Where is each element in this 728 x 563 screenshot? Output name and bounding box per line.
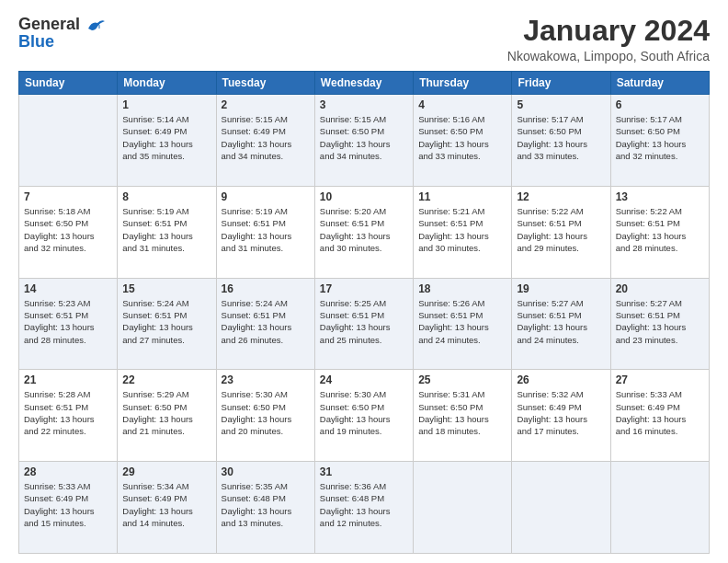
logo: General Blue — [18, 15, 105, 52]
logo-bird-icon — [86, 17, 105, 34]
day-info: Sunrise: 5:18 AM Sunset: 6:50 PM Dayligh… — [24, 205, 112, 254]
table-row: 26Sunrise: 5:32 AM Sunset: 6:49 PM Dayli… — [512, 370, 610, 462]
day-info: Sunrise: 5:16 AM Sunset: 6:50 PM Dayligh… — [418, 113, 506, 162]
day-info: Sunrise: 5:19 AM Sunset: 6:51 PM Dayligh… — [222, 205, 310, 254]
day-info: Sunrise: 5:33 AM Sunset: 6:49 PM Dayligh… — [24, 480, 112, 529]
table-row — [414, 462, 512, 554]
day-number: 20 — [616, 282, 704, 295]
day-info: Sunrise: 5:21 AM Sunset: 6:51 PM Dayligh… — [418, 205, 506, 254]
day-info: Sunrise: 5:22 AM Sunset: 6:51 PM Dayligh… — [517, 205, 605, 254]
title-block: January 2024 Nkowakowa, Limpopo, South A… — [507, 15, 710, 63]
day-number: 26 — [517, 373, 605, 386]
calendar-week-row: 14Sunrise: 5:23 AM Sunset: 6:51 PM Dayli… — [19, 278, 710, 370]
table-row: 22Sunrise: 5:29 AM Sunset: 6:50 PM Dayli… — [118, 370, 216, 462]
day-info: Sunrise: 5:23 AM Sunset: 6:51 PM Dayligh… — [24, 297, 112, 346]
table-row: 17Sunrise: 5:25 AM Sunset: 6:51 PM Dayli… — [314, 278, 413, 370]
day-number: 12 — [517, 190, 605, 203]
table-row: 24Sunrise: 5:30 AM Sunset: 6:50 PM Dayli… — [314, 370, 413, 462]
day-number: 16 — [222, 282, 310, 295]
day-number: 23 — [222, 373, 310, 386]
header-tuesday: Tuesday — [216, 72, 314, 95]
day-number: 14 — [24, 282, 112, 295]
day-info: Sunrise: 5:24 AM Sunset: 6:51 PM Dayligh… — [122, 297, 210, 346]
header-thursday: Thursday — [414, 72, 512, 95]
calendar-week-row: 21Sunrise: 5:28 AM Sunset: 6:51 PM Dayli… — [19, 370, 710, 462]
day-info: Sunrise: 5:20 AM Sunset: 6:51 PM Dayligh… — [320, 205, 408, 254]
day-info: Sunrise: 5:30 AM Sunset: 6:50 PM Dayligh… — [320, 388, 408, 437]
table-row: 5Sunrise: 5:17 AM Sunset: 6:50 PM Daylig… — [512, 95, 610, 187]
day-number: 1 — [122, 98, 210, 111]
table-row: 11Sunrise: 5:21 AM Sunset: 6:51 PM Dayli… — [414, 186, 512, 278]
day-info: Sunrise: 5:19 AM Sunset: 6:51 PM Dayligh… — [122, 205, 210, 254]
calendar-week-row: 7Sunrise: 5:18 AM Sunset: 6:50 PM Daylig… — [19, 186, 710, 278]
day-number: 29 — [122, 465, 210, 478]
day-number: 10 — [320, 190, 408, 203]
day-number: 3 — [320, 98, 408, 111]
table-row: 14Sunrise: 5:23 AM Sunset: 6:51 PM Dayli… — [19, 278, 118, 370]
table-row: 15Sunrise: 5:24 AM Sunset: 6:51 PM Dayli… — [118, 278, 216, 370]
day-info: Sunrise: 5:14 AM Sunset: 6:49 PM Dayligh… — [122, 113, 210, 162]
table-row: 18Sunrise: 5:26 AM Sunset: 6:51 PM Dayli… — [414, 278, 512, 370]
calendar-week-row: 1Sunrise: 5:14 AM Sunset: 6:49 PM Daylig… — [19, 95, 710, 187]
table-row: 31Sunrise: 5:36 AM Sunset: 6:48 PM Dayli… — [314, 462, 413, 554]
table-row: 25Sunrise: 5:31 AM Sunset: 6:50 PM Dayli… — [414, 370, 512, 462]
table-row: 1Sunrise: 5:14 AM Sunset: 6:49 PM Daylig… — [118, 95, 216, 187]
day-info: Sunrise: 5:27 AM Sunset: 6:51 PM Dayligh… — [616, 297, 704, 346]
day-number: 8 — [122, 190, 210, 203]
day-info: Sunrise: 5:31 AM Sunset: 6:50 PM Dayligh… — [418, 388, 506, 437]
table-row — [610, 462, 709, 554]
day-number: 13 — [616, 190, 704, 203]
logo-blue: Blue — [18, 32, 54, 52]
day-number: 30 — [222, 465, 310, 478]
table-row: 19Sunrise: 5:27 AM Sunset: 6:51 PM Dayli… — [512, 278, 610, 370]
table-row: 7Sunrise: 5:18 AM Sunset: 6:50 PM Daylig… — [19, 186, 118, 278]
table-row: 28Sunrise: 5:33 AM Sunset: 6:49 PM Dayli… — [19, 462, 118, 554]
day-number: 5 — [517, 98, 605, 111]
day-number: 25 — [418, 373, 506, 386]
day-number: 15 — [122, 282, 210, 295]
calendar-subtitle: Nkowakowa, Limpopo, South Africa — [507, 49, 710, 63]
day-number: 11 — [418, 190, 506, 203]
table-row: 6Sunrise: 5:17 AM Sunset: 6:50 PM Daylig… — [610, 95, 709, 187]
day-info: Sunrise: 5:28 AM Sunset: 6:51 PM Dayligh… — [24, 388, 112, 437]
day-number: 28 — [24, 465, 112, 478]
day-number: 22 — [122, 373, 210, 386]
day-info: Sunrise: 5:15 AM Sunset: 6:49 PM Dayligh… — [222, 113, 310, 162]
day-info: Sunrise: 5:33 AM Sunset: 6:49 PM Dayligh… — [616, 388, 704, 437]
table-row: 4Sunrise: 5:16 AM Sunset: 6:50 PM Daylig… — [414, 95, 512, 187]
day-number: 24 — [320, 373, 408, 386]
day-info: Sunrise: 5:30 AM Sunset: 6:50 PM Dayligh… — [222, 388, 310, 437]
table-row: 12Sunrise: 5:22 AM Sunset: 6:51 PM Dayli… — [512, 186, 610, 278]
day-number: 7 — [24, 190, 112, 203]
table-row: 21Sunrise: 5:28 AM Sunset: 6:51 PM Dayli… — [19, 370, 118, 462]
day-info: Sunrise: 5:22 AM Sunset: 6:51 PM Dayligh… — [616, 205, 704, 254]
day-info: Sunrise: 5:34 AM Sunset: 6:49 PM Dayligh… — [122, 480, 210, 529]
table-row — [512, 462, 610, 554]
header-saturday: Saturday — [610, 72, 709, 95]
table-row: 2Sunrise: 5:15 AM Sunset: 6:49 PM Daylig… — [216, 95, 314, 187]
day-number: 6 — [616, 98, 704, 111]
day-number: 27 — [616, 373, 704, 386]
table-row — [19, 95, 118, 187]
day-info: Sunrise: 5:25 AM Sunset: 6:51 PM Dayligh… — [320, 297, 408, 346]
table-row: 27Sunrise: 5:33 AM Sunset: 6:49 PM Dayli… — [610, 370, 709, 462]
day-info: Sunrise: 5:17 AM Sunset: 6:50 PM Dayligh… — [517, 113, 605, 162]
table-row: 9Sunrise: 5:19 AM Sunset: 6:51 PM Daylig… — [216, 186, 314, 278]
header-wednesday: Wednesday — [314, 72, 413, 95]
day-info: Sunrise: 5:27 AM Sunset: 6:51 PM Dayligh… — [517, 297, 605, 346]
day-number: 18 — [418, 282, 506, 295]
weekday-header-row: Sunday Monday Tuesday Wednesday Thursday… — [19, 72, 710, 95]
table-row: 30Sunrise: 5:35 AM Sunset: 6:48 PM Dayli… — [216, 462, 314, 554]
day-info: Sunrise: 5:29 AM Sunset: 6:50 PM Dayligh… — [122, 388, 210, 437]
table-row: 13Sunrise: 5:22 AM Sunset: 6:51 PM Dayli… — [610, 186, 709, 278]
calendar-week-row: 28Sunrise: 5:33 AM Sunset: 6:49 PM Dayli… — [19, 462, 710, 554]
day-number: 17 — [320, 282, 408, 295]
table-row: 20Sunrise: 5:27 AM Sunset: 6:51 PM Dayli… — [610, 278, 709, 370]
table-row: 3Sunrise: 5:15 AM Sunset: 6:50 PM Daylig… — [314, 95, 413, 187]
day-info: Sunrise: 5:35 AM Sunset: 6:48 PM Dayligh… — [222, 480, 310, 529]
day-info: Sunrise: 5:15 AM Sunset: 6:50 PM Dayligh… — [320, 113, 408, 162]
day-info: Sunrise: 5:26 AM Sunset: 6:51 PM Dayligh… — [418, 297, 506, 346]
logo-general: General — [18, 15, 80, 33]
day-info: Sunrise: 5:36 AM Sunset: 6:48 PM Dayligh… — [320, 480, 408, 529]
page: General Blue January 2024 Nkowakowa, Lim… — [0, 0, 728, 563]
